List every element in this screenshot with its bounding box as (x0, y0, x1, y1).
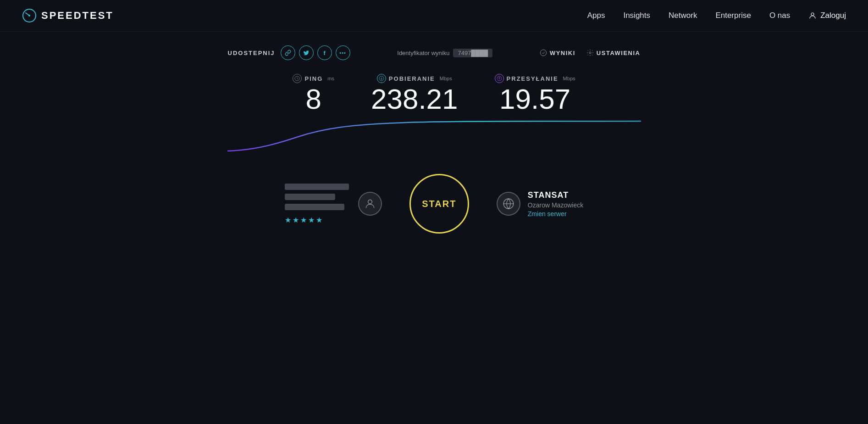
ping-symbol-icon (294, 76, 300, 81)
user-blurred-line-1 (285, 184, 349, 190)
more-icon: ••• (339, 50, 346, 56)
user-blurred-line-2 (285, 194, 335, 200)
upload-metric: PRZESYŁANIE Mbps 19.57 (495, 74, 575, 113)
share-twitter-button[interactable] (299, 45, 314, 60)
user-stars: ★ ★ ★ ★ ★ (285, 216, 349, 224)
share-icons: f ••• (281, 45, 350, 60)
download-value: 238.21 (371, 85, 458, 113)
download-arrow-icon (379, 76, 384, 81)
nav-login[interactable]: Zaloguj (808, 11, 846, 20)
twitter-icon (303, 50, 310, 56)
speed-graph (223, 119, 645, 156)
star-2: ★ (293, 216, 299, 224)
user-blurred-line-3 (285, 204, 344, 210)
ping-icon (293, 74, 302, 83)
svg-point-1 (28, 15, 30, 17)
ping-header: PING ms (293, 74, 334, 83)
share-facebook-button[interactable]: f (317, 45, 332, 60)
start-label: START (422, 199, 456, 209)
bottom-section: ★ ★ ★ ★ ★ START (285, 174, 583, 234)
star-1: ★ (285, 216, 291, 224)
share-more-button[interactable]: ••• (336, 45, 350, 60)
ustawienia-label: USTAWIENIA (597, 50, 641, 56)
person-icon (808, 11, 817, 20)
ping-value: 8 (305, 85, 321, 113)
link-icon (285, 50, 291, 56)
result-id-section: Identyfikator wyniku 7497████ (397, 49, 492, 57)
wyniki-label: WYNIKI (550, 50, 575, 56)
star-5: ★ (316, 216, 322, 224)
download-metric: POBIERANIE Mbps 238.21 (371, 74, 458, 113)
speed-graph-svg (223, 119, 645, 156)
svg-point-2 (811, 13, 814, 16)
logo: SPEEDTEST (22, 8, 114, 23)
globe-icon (503, 198, 514, 210)
ping-name: PING (304, 75, 323, 82)
nav-apps[interactable]: Apps (587, 11, 605, 20)
share-right: WYNIKI USTAWIENIA (540, 49, 641, 56)
login-label: Zaloguj (820, 11, 846, 20)
upload-header: PRZESYŁANIE Mbps (495, 74, 575, 83)
upload-value: 19.57 (499, 85, 570, 113)
main-content: UDOSTEPNIJ f ••• (0, 32, 868, 234)
main-nav: Apps Insights Network Enterprise O nas Z… (587, 11, 846, 20)
facebook-icon: f (323, 50, 325, 56)
share-bar: UDOSTEPNIJ f ••• (228, 45, 641, 60)
nav-insights[interactable]: Insights (623, 11, 650, 20)
start-button[interactable]: START (409, 174, 469, 234)
download-unit: Mbps (440, 76, 452, 81)
svg-point-4 (589, 52, 591, 54)
ping-metric: PING ms 8 (293, 74, 334, 113)
user-info: ★ ★ ★ ★ ★ (285, 184, 382, 224)
nav-enterprise[interactable]: Enterprise (715, 11, 751, 20)
check-circle-icon (540, 49, 547, 56)
server-details: STANSAT Ozarow Mazowieck Zmien serwer (528, 190, 583, 218)
nav-o-nas[interactable]: O nas (769, 11, 790, 20)
change-server-link[interactable]: Zmien serwer (528, 210, 583, 218)
upload-name: PRZESYŁANIE (507, 75, 558, 82)
star-4: ★ (308, 216, 315, 224)
server-name: STANSAT (528, 190, 583, 200)
server-info: STANSAT Ozarow Mazowieck Zmien serwer (497, 190, 583, 218)
result-id-label: Identyfikator wyniku (397, 50, 449, 56)
upload-arrow-icon (497, 76, 502, 81)
logo-text: SPEEDTEST (41, 10, 114, 22)
upload-icon (495, 74, 504, 83)
header: SPEEDTEST Apps Insights Network Enterpri… (0, 0, 868, 32)
share-label: UDOSTEPNIJ (228, 50, 275, 56)
star-3: ★ (300, 216, 307, 224)
speedtest-logo-icon (22, 8, 37, 23)
svg-point-3 (540, 50, 546, 56)
metrics-row: PING ms 8 POBIERANIE Mbps 238.21 (293, 74, 575, 113)
globe-button[interactable] (497, 192, 520, 216)
wyniki-button[interactable]: WYNIKI (540, 49, 575, 56)
download-name: POBIERANIE (389, 75, 435, 82)
share-link-button[interactable] (281, 45, 295, 60)
nav-network[interactable]: Network (669, 11, 697, 20)
download-icon (377, 74, 386, 83)
svg-point-7 (368, 200, 372, 204)
avatar-person-icon (364, 198, 376, 210)
result-id-value: 7497████ (453, 49, 492, 57)
user-avatar-button[interactable] (358, 192, 382, 216)
gear-icon (586, 49, 594, 56)
upload-unit: Mbps (563, 76, 575, 81)
server-city: Ozarow Mazowieck (528, 201, 583, 209)
share-left: UDOSTEPNIJ f ••• (228, 45, 350, 60)
ping-unit: ms (327, 76, 334, 81)
ustawienia-button[interactable]: USTAWIENIA (586, 49, 641, 56)
user-details: ★ ★ ★ ★ ★ (285, 184, 349, 224)
download-header: POBIERANIE Mbps (377, 74, 452, 83)
